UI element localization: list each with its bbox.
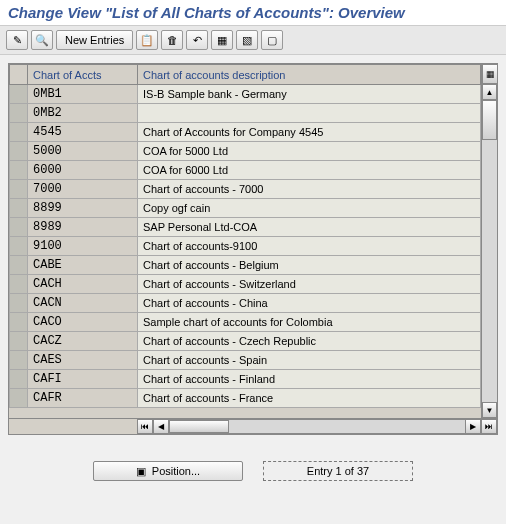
cell-code[interactable]: 7000: [28, 180, 138, 199]
table-row[interactable]: 4545Chart of Accounts for Company 4545: [10, 123, 481, 142]
row-selector[interactable]: [10, 370, 28, 389]
cell-code[interactable]: CACO: [28, 313, 138, 332]
row-selector[interactable]: [10, 161, 28, 180]
cell-code[interactable]: CACN: [28, 294, 138, 313]
horizontal-scrollbar[interactable]: ⏮ ◀ ▶ ⏭: [9, 418, 497, 434]
cell-code[interactable]: 8899: [28, 199, 138, 218]
vertical-scroll-track[interactable]: [482, 100, 497, 402]
cell-description[interactable]: Copy ogf cain: [138, 199, 481, 218]
cell-description[interactable]: Chart of Accounts for Company 4545: [138, 123, 481, 142]
cell-code[interactable]: 5000: [28, 142, 138, 161]
cell-code[interactable]: CAFI: [28, 370, 138, 389]
table-row[interactable]: CAFIChart of accounts - Finland: [10, 370, 481, 389]
scroll-up-button[interactable]: ▲: [482, 84, 497, 100]
undo-button[interactable]: ↶: [186, 30, 208, 50]
cell-code[interactable]: CAES: [28, 351, 138, 370]
table-row[interactable]: CACZChart of accounts - Czech Republic: [10, 332, 481, 351]
toggle-display-button[interactable]: ✎: [6, 30, 28, 50]
table-row[interactable]: 8989SAP Personal Ltd-COA: [10, 218, 481, 237]
cell-code[interactable]: 8989: [28, 218, 138, 237]
table-row[interactable]: CACNChart of accounts - China: [10, 294, 481, 313]
scroll-right-button[interactable]: ▶: [465, 419, 481, 434]
bar-triangle-right-icon: ⏭: [485, 422, 493, 431]
row-selector[interactable]: [10, 313, 28, 332]
row-selector[interactable]: [10, 275, 28, 294]
table-settings-button[interactable]: ▦: [482, 64, 497, 84]
cell-code[interactable]: 9100: [28, 237, 138, 256]
cell-description[interactable]: Chart of accounts - Spain: [138, 351, 481, 370]
row-selector[interactable]: [10, 332, 28, 351]
cell-description[interactable]: COA for 5000 Ltd: [138, 142, 481, 161]
cell-description[interactable]: Chart of accounts-9100: [138, 237, 481, 256]
table-row[interactable]: 0MB2: [10, 104, 481, 123]
table-row[interactable]: 5000COA for 5000 Ltd: [10, 142, 481, 161]
table-row[interactable]: CACHChart of accounts - Switzerland: [10, 275, 481, 294]
triangle-right-icon: ▶: [470, 422, 476, 431]
cell-code[interactable]: 6000: [28, 161, 138, 180]
cell-description[interactable]: Chart of accounts - Finland: [138, 370, 481, 389]
cell-description[interactable]: Chart of accounts - 7000: [138, 180, 481, 199]
cell-description[interactable]: Sample chart of accounts for Colombia: [138, 313, 481, 332]
row-selector[interactable]: [10, 351, 28, 370]
table-row[interactable]: CAESChart of accounts - Spain: [10, 351, 481, 370]
table-row[interactable]: 6000COA for 6000 Ltd: [10, 161, 481, 180]
triangle-down-icon: ▼: [486, 406, 494, 415]
row-selector[interactable]: [10, 85, 28, 104]
scroll-first-button[interactable]: ⏮: [137, 419, 153, 434]
table-row[interactable]: 8899Copy ogf cain: [10, 199, 481, 218]
position-label: Position...: [152, 465, 200, 477]
expand-button[interactable]: 🔍: [31, 30, 53, 50]
row-selector[interactable]: [10, 123, 28, 142]
horizontal-scroll-track[interactable]: [169, 419, 465, 434]
row-selector[interactable]: [10, 389, 28, 408]
cell-description[interactable]: Chart of accounts - Czech Republic: [138, 332, 481, 351]
cell-description[interactable]: Chart of accounts - Switzerland: [138, 275, 481, 294]
copy-icon: 📋: [140, 34, 154, 47]
scroll-last-button[interactable]: ⏭: [481, 419, 497, 434]
cell-code[interactable]: 0MB1: [28, 85, 138, 104]
row-selector[interactable]: [10, 237, 28, 256]
row-selector[interactable]: [10, 104, 28, 123]
column-header-desc[interactable]: Chart of accounts description: [138, 65, 481, 85]
scroll-down-button[interactable]: ▼: [482, 402, 497, 418]
row-selector[interactable]: [10, 256, 28, 275]
column-header-select[interactable]: [10, 65, 28, 85]
row-selector[interactable]: [10, 180, 28, 199]
table-row[interactable]: CAFRChart of accounts - France: [10, 389, 481, 408]
cell-code[interactable]: CAFR: [28, 389, 138, 408]
table-settings-icon: ▦: [486, 69, 495, 79]
table-row[interactable]: 0MB1IS-B Sample bank - Germany: [10, 85, 481, 104]
new-entries-button[interactable]: New Entries: [56, 30, 133, 50]
copy-as-button[interactable]: 📋: [136, 30, 158, 50]
delete-button[interactable]: 🗑: [161, 30, 183, 50]
table-row[interactable]: 9100Chart of accounts-9100: [10, 237, 481, 256]
select-block-button[interactable]: ▧: [236, 30, 258, 50]
cell-description[interactable]: IS-B Sample bank - Germany: [138, 85, 481, 104]
cell-code[interactable]: 0MB2: [28, 104, 138, 123]
scroll-left-button[interactable]: ◀: [153, 419, 169, 434]
cell-description[interactable]: SAP Personal Ltd-COA: [138, 218, 481, 237]
vertical-scroll-thumb[interactable]: [482, 100, 497, 140]
row-selector[interactable]: [10, 199, 28, 218]
select-all-button[interactable]: ▦: [211, 30, 233, 50]
row-selector[interactable]: [10, 142, 28, 161]
row-selector[interactable]: [10, 218, 28, 237]
position-button[interactable]: ▣ Position...: [93, 461, 243, 481]
cell-code[interactable]: CACH: [28, 275, 138, 294]
table-row[interactable]: 7000Chart of accounts - 7000: [10, 180, 481, 199]
table-row[interactable]: CABEChart of accounts - Belgium: [10, 256, 481, 275]
cell-code[interactable]: CACZ: [28, 332, 138, 351]
horizontal-scroll-thumb[interactable]: [169, 420, 229, 433]
cell-description[interactable]: Chart of accounts - France: [138, 389, 481, 408]
vertical-scrollbar[interactable]: ▦ ▲ ▼: [481, 64, 497, 418]
cell-description[interactable]: [138, 104, 481, 123]
deselect-all-button[interactable]: ▢: [261, 30, 283, 50]
cell-description[interactable]: Chart of accounts - Belgium: [138, 256, 481, 275]
cell-description[interactable]: Chart of accounts - China: [138, 294, 481, 313]
cell-code[interactable]: CABE: [28, 256, 138, 275]
cell-code[interactable]: 4545: [28, 123, 138, 142]
row-selector[interactable]: [10, 294, 28, 313]
cell-description[interactable]: COA for 6000 Ltd: [138, 161, 481, 180]
column-header-code[interactable]: Chart of Accts: [28, 65, 138, 85]
table-row[interactable]: CACOSample chart of accounts for Colombi…: [10, 313, 481, 332]
